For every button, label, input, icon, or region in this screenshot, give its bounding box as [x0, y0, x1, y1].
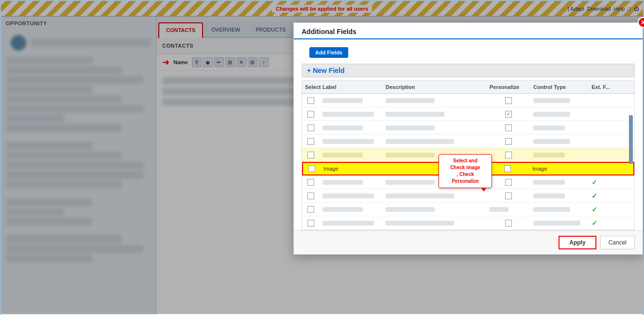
apply-button[interactable]: Apply — [559, 236, 596, 249]
blur-desc — [386, 125, 435, 130]
blur-personalize — [490, 207, 508, 212]
td-personalize — [487, 137, 530, 146]
td-ext: ✓ — [589, 191, 627, 201]
td-label — [320, 206, 383, 213]
modal-footer: Apply Cancel — [294, 230, 643, 254]
td-desc — [383, 110, 487, 118]
blur-control — [533, 153, 565, 158]
td-label — [320, 124, 383, 132]
blur-label — [322, 125, 363, 130]
blur-desc — [386, 193, 454, 198]
td-ext — [589, 154, 627, 157]
td-ext: ✓ — [589, 218, 627, 228]
blur-label — [322, 193, 374, 198]
td-select — [302, 123, 320, 133]
table-row: ✓ — [302, 189, 634, 203]
td-label — [320, 97, 383, 105]
select-checkbox[interactable] — [307, 220, 314, 227]
blur-label — [322, 207, 363, 212]
td-personalize — [487, 123, 530, 133]
personalize-checkbox[interactable] — [505, 220, 512, 227]
select-checkbox[interactable] — [307, 138, 314, 145]
th-label: Label — [320, 83, 383, 91]
td-personalize — [487, 218, 530, 228]
new-field-bar[interactable]: + New Field — [302, 64, 635, 77]
table-row — [302, 135, 634, 148]
callout-tooltip: Select andCheck image, CheckPersonalize — [439, 154, 492, 188]
td-desc — [383, 124, 487, 132]
td-select — [302, 109, 320, 119]
personalize-checkbox[interactable] — [505, 179, 512, 186]
blur-label — [322, 98, 363, 103]
td-select — [302, 205, 320, 214]
personalize-checkbox[interactable] — [504, 165, 511, 172]
select-checkbox[interactable] — [307, 206, 314, 213]
plus-icon: + — [307, 67, 311, 74]
blur-desc — [386, 207, 435, 212]
td-label — [320, 138, 383, 145]
table-row — [302, 94, 634, 107]
blur-control — [533, 139, 570, 144]
td-personalize — [486, 164, 529, 174]
th-description: Description — [383, 83, 487, 91]
select-checkbox[interactable] — [307, 179, 314, 186]
additional-fields-modal: ✕ Additional Fields Add Fields + New Fie… — [293, 22, 643, 255]
td-desc — [383, 97, 487, 105]
td-select — [303, 164, 321, 174]
checkmark-icon: ✓ — [592, 219, 597, 227]
select-checkbox[interactable] — [307, 97, 314, 104]
td-select — [302, 191, 320, 201]
blur-label — [322, 221, 374, 226]
new-field-label: New Field — [313, 67, 344, 74]
td-select — [302, 218, 320, 228]
add-fields-section: Add Fields — [302, 43, 635, 62]
td-personalize — [487, 206, 530, 213]
personalize-checkbox[interactable] — [505, 192, 512, 199]
select-checkbox[interactable] — [307, 152, 314, 158]
blur-label — [322, 180, 363, 185]
blur-control — [533, 193, 565, 198]
checkmark-icon: ✓ — [592, 178, 597, 186]
blur-control — [533, 180, 565, 185]
td-label — [320, 178, 383, 186]
app-frame: Changes will be applied for all users | … — [0, 0, 644, 315]
personalize-checkbox[interactable] — [505, 152, 512, 158]
th-ext: Ext. F... — [589, 83, 627, 91]
th-control-type: Control Type — [530, 83, 589, 91]
td-select — [302, 177, 320, 187]
table-row — [302, 121, 634, 135]
blur-control — [533, 207, 570, 212]
select-checkbox[interactable] — [307, 192, 314, 199]
td-ext — [588, 167, 627, 170]
td-label — [320, 151, 383, 159]
td-control-type: Image — [529, 164, 588, 173]
checkmark-icon: ✓ — [592, 206, 597, 213]
td-label[interactable]: Image — [321, 164, 384, 173]
td-ext — [589, 99, 627, 102]
blur-desc — [386, 180, 435, 185]
blur-control — [533, 98, 570, 103]
td-ext — [589, 126, 627, 129]
personalize-checkbox[interactable] — [505, 111, 512, 118]
select-checkbox[interactable] — [307, 124, 314, 131]
add-fields-tab[interactable]: Add Fields — [309, 47, 348, 58]
cancel-button[interactable]: Cancel — [600, 236, 635, 249]
td-select — [302, 96, 320, 105]
modal-title-bar: Additional Fields — [294, 23, 643, 39]
blur-label — [322, 112, 374, 117]
select-checkbox[interactable] — [307, 111, 314, 118]
td-label — [320, 110, 383, 118]
blur-label — [322, 153, 363, 158]
td-label — [320, 219, 383, 227]
blur-desc — [386, 98, 435, 103]
personalize-checkbox[interactable] — [505, 138, 512, 145]
select-checkbox[interactable] — [308, 165, 315, 172]
personalize-checkbox[interactable] — [505, 124, 512, 131]
blur-desc — [386, 112, 444, 117]
td-ext — [589, 140, 627, 143]
td-control — [530, 192, 589, 200]
td-personalize — [487, 191, 530, 201]
td-control — [530, 97, 589, 105]
right-panel: CONTACTS OVERVIEW PRODUCTS OFFER TO LEAS… — [156, 17, 643, 315]
personalize-checkbox[interactable] — [505, 97, 512, 104]
